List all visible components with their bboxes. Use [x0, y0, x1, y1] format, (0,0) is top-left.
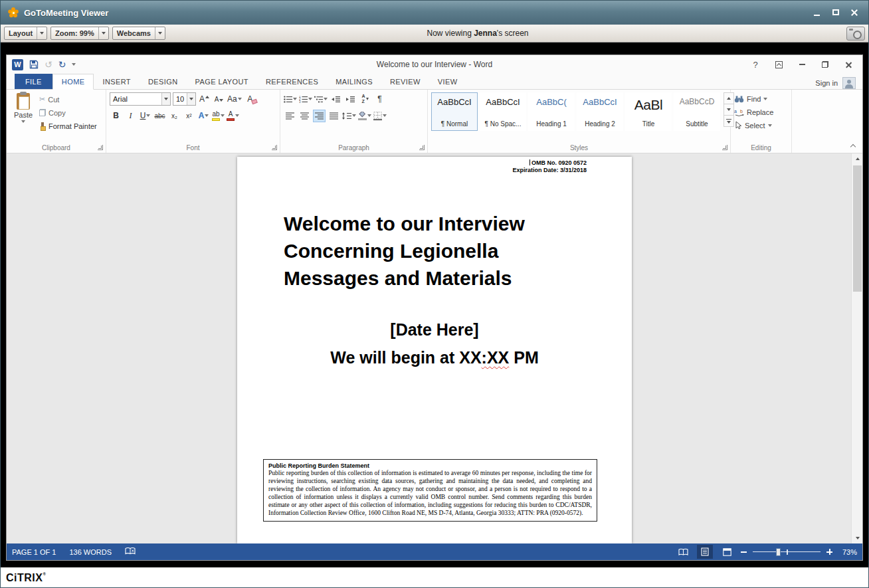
tab-design[interactable]: DESIGN	[140, 74, 187, 89]
read-mode-button[interactable]	[675, 545, 691, 559]
tab-home[interactable]: HOME	[52, 74, 94, 90]
styles-dialog-launcher[interactable]	[722, 145, 727, 150]
save-button[interactable]	[29, 60, 39, 69]
zoom-slider-thumb[interactable]	[776, 548, 781, 556]
tab-review[interactable]: REVIEW	[381, 74, 429, 89]
tab-mailings[interactable]: MAILINGS	[327, 74, 381, 89]
tab-insert[interactable]: INSERT	[94, 74, 140, 89]
show-formatting-marks-button[interactable]: ¶	[373, 93, 386, 106]
italic-button[interactable]: I	[124, 110, 137, 122]
ribbon-tab-row: FILE HOME INSERT DESIGN PAGE LAYOUT REFE…	[7, 74, 862, 90]
font-dialog-launcher[interactable]	[272, 145, 277, 150]
change-case-button[interactable]: Aa	[227, 93, 242, 106]
style-no-spacing[interactable]: AaBbCcI¶ No Spac...	[480, 92, 526, 131]
style-subtitle[interactable]: AaBbCcDSubtitle	[674, 92, 720, 131]
select-button[interactable]: Select	[734, 120, 788, 131]
decrease-indent-button[interactable]	[330, 93, 342, 106]
line-spacing-button[interactable]	[342, 110, 356, 122]
webcam-snapshot-button[interactable]	[846, 27, 865, 41]
vertical-scrollbar[interactable]	[851, 153, 862, 543]
borders-button[interactable]	[373, 110, 387, 122]
underline-button[interactable]: U	[139, 110, 151, 122]
bullets-button[interactable]	[284, 93, 297, 106]
numbering-button[interactable]: 123	[299, 93, 312, 106]
increase-indent-button[interactable]	[344, 93, 357, 106]
multilevel-list-button[interactable]	[314, 93, 328, 106]
text-effects-button[interactable]: A	[197, 110, 210, 122]
style-heading-2[interactable]: AaBbCcIHeading 2	[577, 92, 623, 131]
tab-references[interactable]: REFERENCES	[257, 74, 327, 89]
paste-button[interactable]: Paste	[10, 92, 37, 142]
help-button[interactable]: ?	[751, 60, 760, 69]
zoom-in-button[interactable]	[826, 549, 832, 555]
pilcrow-icon: ¶	[377, 94, 381, 104]
bold-button[interactable]: B	[110, 110, 122, 122]
copy-label: Copy	[48, 109, 66, 117]
viewer-close-button[interactable]	[850, 8, 859, 17]
word-minimize-button[interactable]	[797, 60, 807, 69]
customize-qat-chevron-icon[interactable]	[72, 63, 76, 66]
shading-button[interactable]	[358, 110, 371, 122]
replace-button[interactable]: abReplace	[734, 106, 788, 118]
align-right-button[interactable]	[313, 110, 326, 122]
viewer-maximize-button[interactable]	[831, 8, 840, 17]
tab-file[interactable]: FILE	[15, 74, 52, 89]
scroll-down-button[interactable]	[852, 533, 862, 543]
font-color-button[interactable]: A	[227, 110, 239, 122]
chevron-down-icon	[235, 114, 239, 117]
chevron-down-icon	[367, 114, 371, 117]
grow-font-button[interactable]: A	[198, 93, 211, 106]
zoom-button[interactable]: Zoom: 99%	[50, 27, 109, 40]
collapse-ribbon-button[interactable]	[850, 144, 856, 149]
undo-button[interactable]: ↺	[45, 60, 52, 69]
layout-button[interactable]: Layout	[4, 27, 47, 40]
web-layout-button[interactable]	[719, 545, 735, 559]
text-highlight-button[interactable]: ab	[212, 110, 225, 122]
zoom-slider[interactable]	[753, 547, 821, 557]
tab-view[interactable]: VIEW	[429, 74, 466, 89]
superscript-button[interactable]: x²	[183, 110, 195, 122]
find-button[interactable]: Find	[734, 93, 788, 104]
viewer-minimize-button[interactable]	[813, 8, 822, 17]
font-size-combobox[interactable]: 10	[173, 92, 196, 106]
font-size-dropdown[interactable]	[187, 93, 195, 105]
redo-button[interactable]: ↻	[58, 60, 66, 69]
print-layout-button[interactable]	[697, 545, 713, 559]
page-indicator[interactable]: PAGE 1 OF 1	[12, 548, 56, 556]
chevron-down-icon	[768, 124, 772, 127]
font-family-combobox[interactable]: Arial	[110, 92, 171, 106]
word-count[interactable]: 136 WORDS	[69, 548, 112, 556]
read-mode-icon	[678, 548, 688, 556]
tab-page-layout[interactable]: PAGE LAYOUT	[187, 74, 257, 89]
style-normal[interactable]: AaBbCcI¶ Normal	[431, 92, 478, 131]
ribbon-display-options-button[interactable]	[774, 60, 783, 69]
copy-button[interactable]: Copy	[39, 107, 97, 118]
word-restore-button[interactable]	[821, 60, 830, 69]
zoom-percentage[interactable]: 73%	[838, 548, 857, 556]
paragraph-dialog-launcher[interactable]	[419, 145, 425, 150]
word-close-button[interactable]	[844, 60, 853, 69]
align-left-button[interactable]	[284, 110, 296, 122]
font-family-dropdown[interactable]	[161, 93, 170, 105]
clear-formatting-button[interactable]: A	[244, 93, 256, 106]
clipboard-dialog-launcher[interactable]	[98, 145, 103, 150]
styles-group: AaBbCcI¶ Normal AaBbCcI¶ No Spac... AaBb…	[428, 90, 731, 153]
align-center-button[interactable]	[298, 110, 311, 122]
proofing-status-button[interactable]	[125, 547, 136, 557]
shrink-font-button[interactable]: A	[213, 93, 225, 106]
cut-button[interactable]: ✂Cut	[39, 94, 97, 105]
strikethrough-button[interactable]: abc	[153, 110, 166, 122]
sort-button[interactable]: AZ	[359, 93, 371, 106]
format-painter-button[interactable]: Format Painter	[39, 120, 97, 132]
style-title[interactable]: AaBlTitle	[625, 92, 672, 131]
zoom-out-button[interactable]	[741, 551, 747, 553]
justify-button[interactable]	[328, 110, 340, 122]
scroll-up-button[interactable]	[852, 153, 862, 164]
scrollbar-thumb[interactable]	[853, 165, 862, 292]
subscript-button[interactable]: x₂	[168, 110, 181, 122]
registered-mark: ®	[43, 572, 46, 576]
sign-in[interactable]: Sign in	[815, 77, 862, 89]
style-heading-1[interactable]: AaBbC(Heading 1	[528, 92, 575, 131]
clipboard-small-buttons: ✂Cut Copy Format Painter	[39, 92, 97, 142]
document-page[interactable]: OMB No. 0920 0572 Expiration Date: 3/31/…	[237, 157, 632, 543]
